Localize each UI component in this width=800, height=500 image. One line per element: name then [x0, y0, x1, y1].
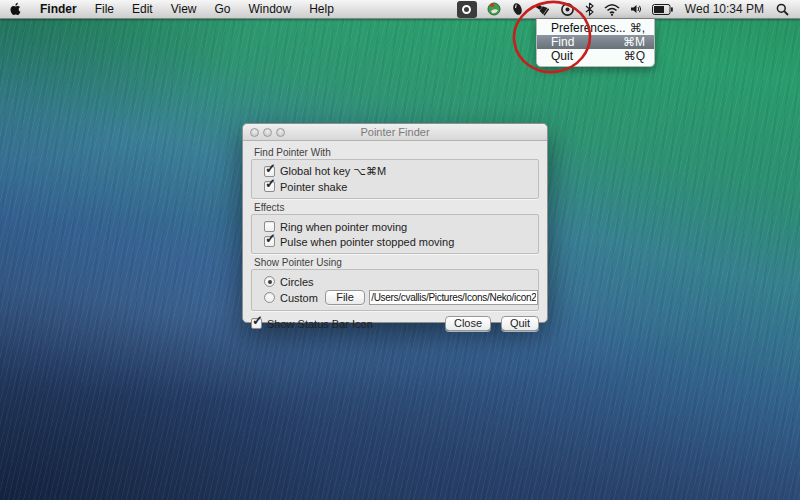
section-label-effects: Effects — [254, 202, 539, 213]
checkbox-box: ✓ — [264, 236, 275, 247]
checkbox-label: Show Status Bar Icon — [267, 318, 373, 330]
quit-button[interactable]: Quit — [501, 316, 539, 331]
window-title: Pointer Finder — [243, 126, 547, 138]
globe-icon — [487, 2, 501, 16]
checkbox-pulse-when-stopped[interactable]: ✓ Pulse when pointer stopped moving — [264, 234, 538, 249]
flashlight-icon — [534, 2, 550, 16]
radio-button — [264, 276, 275, 287]
menu-item-label: Preferences... — [551, 21, 626, 35]
custom-pointer-row: Custom File — [264, 289, 538, 306]
group-effects: Ring when pointer moving ✓ Pulse when po… — [251, 214, 539, 254]
menu-item-shortcut: ⌘, — [630, 21, 645, 35]
menu-bar-clock[interactable]: Wed 10:34 PM — [680, 2, 769, 16]
menu-finder[interactable]: Finder — [31, 0, 86, 18]
iris-icon — [560, 2, 575, 17]
menu-item-label: Quit — [551, 49, 573, 63]
section-label-find-pointer-with: Find Pointer With — [254, 147, 539, 158]
pointer-finder-status-icon — [457, 1, 477, 18]
checkmark-icon: ✓ — [265, 176, 276, 191]
group-find-pointer-with: ✓ Global hot key ⌥⌘M ✓ Pointer shake — [251, 159, 539, 199]
wifi-icon — [604, 3, 620, 16]
apple-icon — [9, 2, 22, 16]
bluetooth-status-item[interactable] — [582, 0, 597, 18]
menu-help[interactable]: Help — [300, 0, 343, 18]
mouse-icon — [511, 2, 524, 16]
flashlight-status-item[interactable] — [531, 0, 553, 18]
checkbox-show-status-bar-icon[interactable]: ✓ Show Status Bar Icon — [251, 316, 373, 331]
volume-status-item[interactable] — [627, 0, 645, 18]
path-input[interactable] — [369, 290, 538, 305]
checkmark-icon: ✓ — [265, 161, 276, 176]
menu-edit[interactable]: Edit — [123, 0, 162, 18]
battery-status-item[interactable] — [649, 0, 676, 18]
radio-custom[interactable] — [264, 292, 275, 303]
pointer-finder-window: Pointer Finder Find Pointer With ✓ Globa… — [242, 123, 548, 323]
bluetooth-icon — [585, 2, 594, 16]
section-label-show-pointer-using: Show Pointer Using — [254, 257, 539, 268]
apple-menu[interactable] — [0, 0, 31, 18]
menu-view[interactable]: View — [162, 0, 206, 18]
mouse-status-item[interactable] — [508, 0, 527, 18]
checkbox-global-hot-key[interactable]: ✓ Global hot key ⌥⌘M — [264, 164, 538, 179]
group-show-pointer-using: Circles Custom File — [251, 269, 539, 311]
menu-item-shortcut: ⌘M — [623, 35, 645, 49]
radio-circles[interactable]: Circles — [264, 274, 538, 289]
menu-bar-status-area: Wed 10:34 PM — [454, 0, 800, 18]
checkbox-label: Pulse when pointer stopped moving — [280, 236, 454, 248]
status-item-menu: Preferences... ⌘, Find ⌘M Quit ⌘Q — [536, 19, 655, 67]
pointer-finder-status-item[interactable] — [454, 0, 480, 18]
menu-item-shortcut: ⌘Q — [624, 49, 645, 63]
radio-label[interactable]: Custom — [280, 292, 318, 304]
menu-item-preferences[interactable]: Preferences... ⌘, — [537, 21, 654, 35]
battery-icon — [652, 4, 673, 15]
volume-icon — [630, 3, 642, 15]
radio-label: Circles — [280, 276, 314, 288]
spotlight-status-item[interactable] — [773, 0, 792, 18]
menu-item-find[interactable]: Find ⌘M — [537, 35, 654, 49]
window-bottom-row: ✓ Show Status Bar Icon Close Quit — [251, 316, 539, 331]
action-buttons: Close Quit — [445, 316, 539, 331]
checkbox-box: ✓ — [264, 181, 275, 192]
menu-window[interactable]: Window — [240, 0, 301, 18]
wifi-status-item[interactable] — [601, 0, 623, 18]
menu-item-quit[interactable]: Quit ⌘Q — [537, 49, 654, 63]
file-button[interactable]: File — [325, 290, 365, 305]
spotlight-search-icon — [776, 3, 789, 16]
checkmark-icon: ✓ — [252, 313, 263, 328]
checkbox-label: Pointer shake — [280, 181, 347, 193]
menu-bar: Finder File Edit View Go Window Help — [0, 0, 800, 19]
checkbox-ring-when-moving[interactable]: Ring when pointer moving — [264, 219, 538, 234]
window-content: Find Pointer With ✓ Global hot key ⌥⌘M ✓… — [243, 141, 547, 331]
checkbox-pointer-shake[interactable]: ✓ Pointer shake — [264, 179, 538, 194]
radio-dot — [268, 280, 272, 284]
close-button[interactable]: Close — [445, 316, 491, 331]
window-titlebar[interactable]: Pointer Finder — [243, 124, 547, 141]
menu-file[interactable]: File — [86, 0, 123, 18]
globe-status-item[interactable] — [484, 0, 504, 18]
menu-item-label: Find — [551, 35, 574, 49]
checkbox-box: ✓ — [251, 318, 262, 329]
menu-bar-left: Finder File Edit View Go Window Help — [0, 0, 343, 18]
checkbox-label: Ring when pointer moving — [280, 221, 407, 233]
checkbox-label: Global hot key ⌥⌘M — [280, 165, 386, 178]
menu-go[interactable]: Go — [206, 0, 240, 18]
iris-status-item[interactable] — [557, 0, 578, 18]
checkmark-icon: ✓ — [265, 231, 276, 246]
